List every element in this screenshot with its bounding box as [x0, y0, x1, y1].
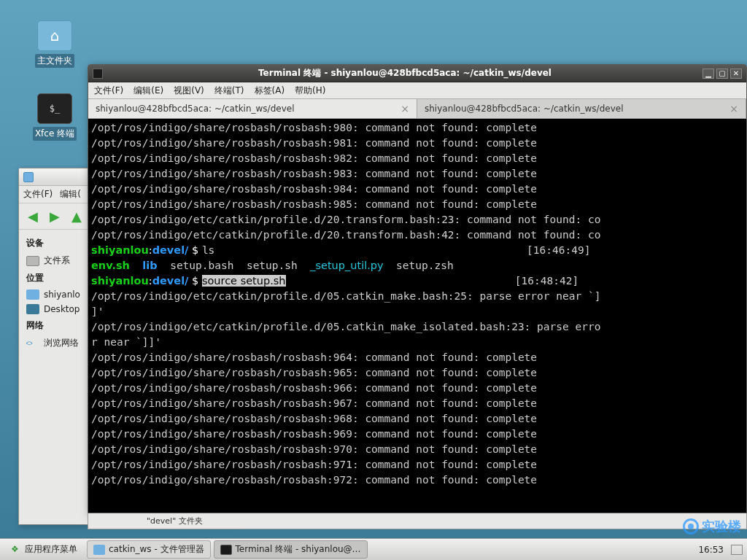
terminal-icon: $_	[37, 93, 72, 124]
menu-file[interactable]: 文件(F)	[23, 188, 53, 201]
statusbar-text: "devel" 文件夹	[147, 516, 203, 526]
tab-close-icon[interactable]: ×	[729, 103, 738, 114]
nav-up-icon[interactable]: ▲	[67, 207, 86, 226]
drive-icon	[26, 256, 39, 266]
terminal-tab[interactable]: shiyanlou@428bfbcd5aca: ~/catkin_ws/deve…	[417, 99, 746, 118]
menu-edit[interactable]: 编辑(E)	[133, 85, 163, 97]
watermark-icon	[683, 518, 699, 534]
tray-icon[interactable]	[731, 545, 743, 555]
desktop-icon-home[interactable]: ⌂ 主文件夹	[26, 20, 84, 68]
terminal-icon	[220, 545, 232, 555]
taskbar[interactable]: ❖应用程序菜单 catkin_ws - 文件管理器 Terminal 终端 - …	[0, 538, 747, 560]
terminal-menubar[interactable]: 文件(F) 编辑(E) 视图(V) 终端(T) 标签(A) 帮助(H)	[88, 82, 746, 99]
menu-tabs[interactable]: 标签(A)	[255, 85, 285, 97]
taskbar-tray: 16:53	[698, 545, 743, 555]
applications-menu-button[interactable]: ❖应用程序菜单	[4, 540, 84, 559]
desktop-folder-icon	[26, 304, 39, 314]
menu-view[interactable]: 视图(V)	[174, 85, 204, 97]
nav-forward-icon[interactable]: ▶	[45, 207, 64, 226]
file-manager-statusbar: "devel" 文件夹	[88, 513, 747, 529]
taskbar-item-filemanager[interactable]: catkin_ws - 文件管理器	[87, 540, 211, 559]
window-controls: ▁ ▢ ✕	[703, 69, 742, 79]
clock[interactable]: 16:53	[698, 545, 724, 555]
folder-icon	[93, 545, 105, 555]
home-icon	[26, 289, 39, 300]
desktop-icon-label: Xfce 终端	[33, 127, 77, 141]
minimize-button[interactable]: ▁	[703, 69, 714, 79]
close-button[interactable]: ✕	[730, 69, 742, 79]
taskbar-item-terminal[interactable]: Terminal 终端 - shiyanlou@…	[214, 540, 368, 559]
terminal-output[interactable]: /opt/ros/indigo/share/rosbash/rosbash:98…	[88, 119, 746, 513]
tab-close-icon[interactable]: ×	[400, 103, 409, 114]
watermark: 实验楼	[683, 518, 741, 535]
terminal-tab[interactable]: shiyanlou@428bfbcd5aca: ~/catkin_ws/deve…	[88, 99, 417, 118]
terminal-window[interactable]: Terminal 终端 - shiyanlou@428bfbcd5aca: ~/…	[88, 64, 747, 513]
folder-icon	[23, 172, 34, 182]
menu-terminal[interactable]: 终端(T)	[214, 85, 244, 97]
terminal-title: Terminal 终端 - shiyanlou@428bfbcd5aca: ~/…	[107, 67, 703, 79]
menu-edit[interactable]: 编辑(	[60, 188, 81, 201]
wifi-icon: ⌔	[26, 338, 39, 349]
folder-home-icon: ⌂	[37, 20, 72, 51]
xfce-logo-icon: ❖	[11, 544, 21, 556]
desktop: ⌂ 主文件夹 $_ Xfce 终端 文件(F) 编辑( ◀ ▶ ▲ 设备 文件系…	[0, 0, 747, 560]
menu-file[interactable]: 文件(F)	[94, 85, 123, 97]
nav-back-icon[interactable]: ◀	[23, 207, 42, 226]
terminal-titlebar[interactable]: Terminal 终端 - shiyanlou@428bfbcd5aca: ~/…	[88, 65, 746, 82]
desktop-icon-label: 主文件夹	[35, 54, 74, 68]
terminal-tabbar: shiyanlou@428bfbcd5aca: ~/catkin_ws/deve…	[88, 99, 746, 119]
menu-help[interactable]: 帮助(H)	[295, 85, 325, 97]
desktop-icon-terminal[interactable]: $_ Xfce 终端	[26, 93, 84, 141]
maximize-button[interactable]: ▢	[716, 69, 728, 79]
terminal-icon	[93, 69, 103, 79]
